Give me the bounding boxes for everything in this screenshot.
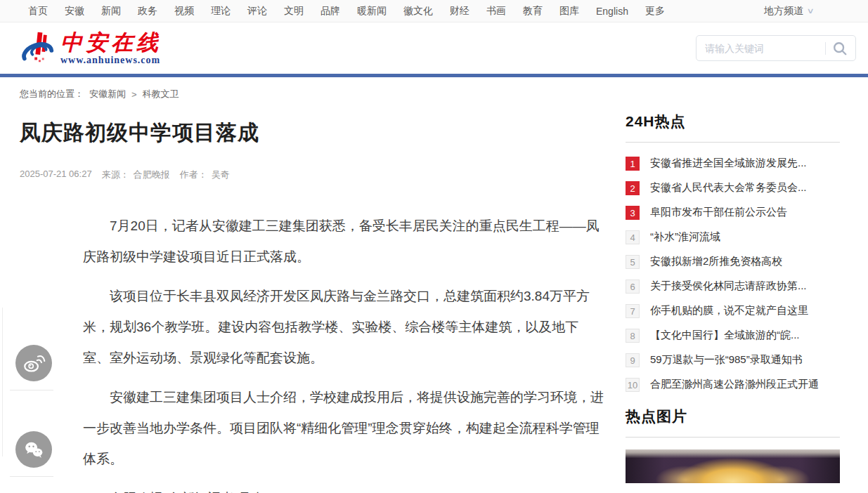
share-divider [10,476,53,477]
site-header: 中安在线 www.anhuinews.com [0,22,868,74]
article-paragraph: 安徽建工三建集团项目人士介绍，学校建成投用后，将提供设施完善的学习环境，进一步改… [83,382,604,475]
share-toolbar [0,304,56,477]
rank-badge: 1 [626,157,640,171]
hot-item-title: “补水”淮河流域 [650,230,720,244]
logo-text: 中安在线 www.anhuinews.com [60,32,162,67]
article-source: 合肥晚报 [134,169,170,181]
article-column: 凤庆路初级中学项目落成 2025-07-21 06:27 来源： 合肥晚报 作者… [0,100,618,493]
topnav-item[interactable]: 政务 [138,5,157,18]
article-paragraph: 7月20日，记者从安徽建工三建集团获悉，备受长丰居民关注的重点民生工程——凤庆路… [83,211,604,272]
logo-title: 中安在线 [60,32,162,53]
topnav-item[interactable]: 评论 [247,5,267,18]
article-author: 吴奇 [212,169,230,181]
article-body: 7月20日，记者从安徽建工三建集团获悉，备受长丰居民关注的重点民生工程——凤庆路… [83,211,604,493]
rank-badge: 6 [626,280,640,294]
topnav-item[interactable]: 暖新闻 [357,5,387,18]
search-divider [825,42,826,55]
topnav-item[interactable]: 安徽 [65,5,84,18]
hot-list-item[interactable]: 8 【文化中国行】全域旅游的“皖... [626,323,840,348]
rank-badge: 8 [626,329,640,343]
article-title: 凤庆路初级中学项目落成 [20,119,618,147]
hot-item-title: 安徽拟新增2所推免资格高校 [650,255,782,268]
hot-item-title: 合肥至滁州高速公路滁州段正式开通 [650,378,819,391]
rank-badge: 2 [626,181,640,195]
topnav-item[interactable]: 视频 [174,5,194,18]
pics-section-title: 热点图片 [626,407,840,426]
logo-url: www.anhuinews.com [60,55,162,65]
share-weibo-button[interactable] [15,345,52,381]
main-content: 凤庆路初级中学项目落成 2025-07-21 06:27 来源： 合肥晚报 作者… [0,100,868,493]
pics-section: 热点图片 [626,407,840,483]
page: 首页安徽新闻政务视频理论评论文明品牌暖新闻徽文化财经书画教育图库English更… [0,0,868,493]
hot-item-title: 你手机贴的膜，说不定就产自这里 [650,304,808,317]
wechat-icon [22,438,46,461]
breadcrumb: 您当前的位置： 安徽新闻 > 科教文卫 [0,77,868,100]
sidebar: 24H热点 1 安徽省推进全国全域旅游发展先... 2 安徽省人民代表大会常务委… [626,100,840,493]
topnav-item[interactable]: English [596,6,628,17]
topnav-item[interactable]: 品牌 [320,5,340,18]
topnav-item[interactable]: 文明 [284,5,304,18]
breadcrumb-label: 您当前的位置： [20,88,84,100]
topnav-item[interactable]: 书画 [486,5,506,18]
topnav-item[interactable]: 更多 [645,5,665,18]
hot-item-title: 关于接受侯化林同志请辞政协第... [650,280,807,293]
topnav-item[interactable]: 新闻 [101,5,121,18]
hot-section-divider [626,142,840,143]
article-meta: 2025-07-21 06:27 来源： 合肥晚报 作者： 吴奇 [20,169,618,181]
hot-item-title: 安徽省推进全国全域旅游发展先... [650,157,807,170]
topnav-item[interactable]: 理论 [211,5,231,18]
topnav-item[interactable]: 教育 [523,5,543,18]
search-button[interactable] [831,40,848,57]
breadcrumb-subsection[interactable]: 科教文卫 [143,88,179,100]
share-wechat-button[interactable] [15,431,52,468]
hot-list-item[interactable]: 9 59万退款与一张“985”录取通知书 [626,348,840,372]
hot-item-title: 阜阳市发布干部任前公示公告 [650,206,787,219]
hot-list-item[interactable]: 6 关于接受侯化林同志请辞政协第... [626,274,840,298]
site-logo[interactable]: 中安在线 www.anhuinews.com [20,30,162,67]
rank-badge: 5 [626,255,640,269]
article-paragraph: 合肥晚报-合新闻记者 吴奇 [83,483,604,493]
hot-item-title: 59万退款与一张“985”录取通知书 [650,353,803,367]
rank-badge: 4 [626,230,640,244]
topnav-item[interactable]: 图库 [559,5,579,18]
rank-badge: 7 [626,304,640,318]
breadcrumb-separator: > [131,89,137,100]
source-label: 来源： [102,169,129,181]
topnav-items: 首页安徽新闻政务视频理论评论文明品牌暖新闻徽文化财经书画教育图库English更… [28,5,665,18]
hot-section: 24H热点 1 安徽省推进全国全域旅游发展先... 2 安徽省人民代表大会常务委… [626,112,840,397]
hot-picture-thumbnail[interactable] [626,449,840,483]
breadcrumb-section[interactable]: 安徽新闻 [89,88,126,100]
hot-list-item[interactable]: 7 你手机贴的膜，说不定就产自这里 [626,298,840,323]
hot-list-item[interactable]: 1 安徽省推进全国全域旅游发展先... [626,151,840,176]
chevron-down-icon: ∨ [806,6,814,15]
top-navigation: 首页安徽新闻政务视频理论评论文明品牌暖新闻徽文化财经书画教育图库English更… [0,0,868,22]
article-date: 2025-07-21 06:27 [20,169,92,181]
search-icon [832,41,848,56]
topnav-item[interactable]: 财经 [450,5,469,18]
article-paragraph: 该项目位于长丰县双凤经济开发区凤庆路与金兰路交口，总建筑面积约3.84万平方米，… [83,281,604,374]
hot-list-item[interactable]: 3 阜阳市发布干部任前公示公告 [626,200,840,225]
rank-badge: 10 [626,378,640,392]
hot-section-title: 24H热点 [626,112,840,131]
pics-section-divider [626,437,840,438]
hot-list-item[interactable]: 2 安徽省人民代表大会常务委员会... [626,176,840,200]
topnav-item[interactable]: 徽文化 [403,5,433,18]
region-dropdown-label: 地方频道 [764,5,803,18]
author-label: 作者： [180,169,207,181]
rank-badge: 3 [626,206,640,220]
topnav-item[interactable]: 首页 [28,5,48,18]
hot-list: 1 安徽省推进全国全域旅游发展先... 2 安徽省人民代表大会常务委员会... … [626,151,840,397]
rank-badge: 9 [626,353,640,367]
search-box [696,35,856,61]
hot-item-title: 安徽省人民代表大会常务委员会... [650,181,807,195]
search-input[interactable] [705,43,820,54]
hot-list-item[interactable]: 4 “补水”淮河流域 [626,225,840,249]
hot-list-item[interactable]: 5 安徽拟新增2所推免资格高校 [626,249,840,274]
weibo-icon [22,351,46,375]
anhuinews-logo-icon [20,30,56,67]
hot-item-title: 【文化中国行】全域旅游的“皖... [650,329,800,342]
share-divider [10,390,53,390]
region-dropdown[interactable]: 地方频道 ∨ [764,5,813,18]
hot-list-item[interactable]: 10 合肥至滁州高速公路滁州段正式开通 [626,372,840,397]
